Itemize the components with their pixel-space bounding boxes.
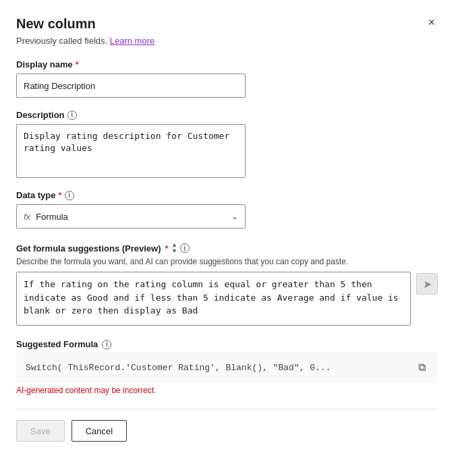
data-type-required: * — [59, 190, 62, 200]
save-button[interactable]: Save — [16, 420, 65, 442]
formula-suggestions-label: Get formula suggestions (Preview) * ▴▾ i — [16, 242, 438, 254]
cancel-button[interactable]: Cancel — [72, 420, 127, 442]
formula-info-icon[interactable]: i — [180, 243, 190, 253]
formula-hint: Describe the formula you want, and AI ca… — [16, 257, 438, 266]
formula-suggestion-area: If the rating on the rating column is eq… — [16, 272, 438, 326]
display-name-label: Display name * — [16, 59, 438, 69]
formula-input[interactable]: If the rating on the rating column is eq… — [16, 272, 411, 326]
formula-value: Switch( ThisRecord.'Customer Rating', Bl… — [26, 363, 416, 373]
fx-icon: fx — [24, 212, 30, 222]
subtitle-text: Previously called fields. — [16, 36, 107, 46]
description-info-icon[interactable]: i — [67, 111, 77, 120]
close-button[interactable]: × — [425, 16, 438, 28]
description-input[interactable]: Display rating description for Customer … — [16, 124, 246, 178]
data-type-label: Data type * i — [16, 190, 438, 200]
formula-box: Switch( ThisRecord.'Customer Rating', Bl… — [16, 352, 438, 383]
learn-more-link[interactable]: Learn more — [110, 36, 154, 46]
dialog-footer: Save Cancel — [16, 420, 438, 442]
display-name-required: * — [76, 59, 79, 69]
suggested-formula-info-icon[interactable]: i — [102, 340, 111, 349]
dialog-title: New column — [16, 16, 96, 32]
description-label: Description i — [16, 110, 438, 120]
display-name-input[interactable] — [16, 73, 246, 98]
data-type-value: Formula — [36, 212, 231, 222]
dialog-header: New column × — [16, 16, 438, 32]
spin-icon: ▴▾ — [173, 242, 176, 254]
data-type-select[interactable]: fx Formula ⌄ — [16, 204, 246, 229]
chevron-down-icon: ⌄ — [231, 212, 238, 221]
suggested-formula-label: Suggested Formula i — [16, 339, 438, 349]
data-type-info-icon[interactable]: i — [65, 191, 74, 200]
send-button[interactable]: ➤ — [416, 273, 438, 295]
footer-divider — [16, 409, 438, 409]
dialog-subtitle: Previously called fields. Learn more — [16, 36, 438, 46]
suggested-formula-section: Suggested Formula i Switch( ThisRecord.'… — [16, 339, 438, 395]
formula-required: * — [165, 243, 169, 254]
ai-notice: AI-generated content may be incorrect. — [16, 386, 438, 395]
new-column-dialog: New column × Previously called fields. L… — [0, 0, 454, 476]
copy-button[interactable]: ⧉ — [416, 360, 428, 375]
